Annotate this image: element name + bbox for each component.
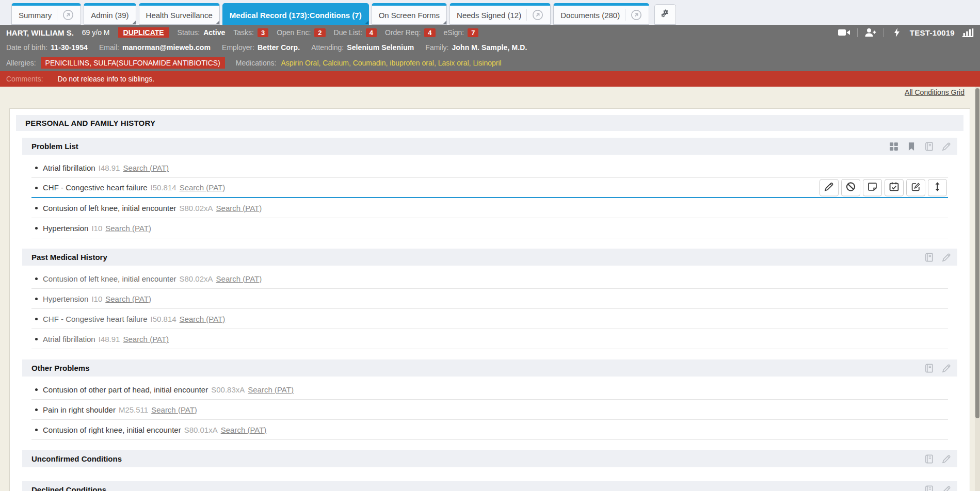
- search-pat-link[interactable]: Search (PAT): [216, 274, 262, 283]
- condition-row[interactable]: Contusion of right knee, initial encount…: [31, 420, 948, 440]
- vertical-scrollbar[interactable]: [975, 87, 980, 491]
- ban-button[interactable]: [841, 179, 860, 196]
- search-pat-link[interactable]: Search (PAT): [151, 405, 197, 414]
- search-pat-link[interactable]: Search (PAT): [216, 204, 262, 212]
- lightning-icon[interactable]: [891, 28, 903, 37]
- condition-row[interactable]: Atrial fibrillationI48.91Search (PAT): [31, 329, 948, 349]
- counter-open-enc: Open Enc:2: [277, 28, 325, 37]
- popout-circle-icon[interactable]: [625, 9, 642, 21]
- counter-badge[interactable]: 3: [258, 28, 268, 37]
- section-past-medical-history: Past Medical HistoryContusion of left kn…: [22, 249, 957, 349]
- condition-row[interactable]: HypertensionI10Search (PAT): [31, 218, 948, 238]
- pencil-button[interactable]: [820, 179, 839, 196]
- condition-name: Hypertension: [43, 224, 88, 233]
- pencil-icon[interactable]: [942, 454, 951, 464]
- search-pat-link[interactable]: Search (PAT): [105, 224, 151, 233]
- search-pat-link[interactable]: Search (PAT): [123, 335, 169, 343]
- medication-link[interactable]: Lasix oral: [438, 59, 469, 67]
- medication-link[interactable]: Lisinopril: [473, 59, 501, 67]
- search-pat-link[interactable]: Search (PAT): [248, 385, 294, 394]
- condition-row[interactable]: HypertensionI10Search (PAT): [31, 289, 948, 309]
- section-title: Past Medical History: [31, 253, 107, 261]
- popout-circle-icon[interactable]: [57, 9, 74, 21]
- counter-badge[interactable]: 7: [468, 28, 478, 37]
- medication-link[interactable]: Coumadin: [353, 59, 386, 67]
- scrollbar-thumb[interactable]: [975, 88, 979, 418]
- demographic-email: Email:manorman@mieweb.com: [99, 43, 211, 52]
- duplicate-badge[interactable]: DUPLICATE: [118, 27, 169, 38]
- tab-medical-record-173-conditions-7[interactable]: Medical Record (173):Conditions (7): [222, 3, 369, 25]
- condition-row[interactable]: Pain in right shoulderM25.511Search (PAT…: [31, 400, 948, 420]
- condition-code: S80.01xA: [184, 425, 218, 434]
- counter-badge[interactable]: 4: [424, 28, 435, 37]
- book-icon[interactable]: [924, 364, 934, 373]
- condition-row[interactable]: Contusion of left knee, initial encounte…: [31, 269, 948, 289]
- tab-needs-signed-12[interactable]: Needs Signed (12): [449, 3, 551, 25]
- bookmark-icon[interactable]: [907, 142, 916, 151]
- tab-admin-39[interactable]: Admin (39): [84, 3, 136, 25]
- tab-label: On Screen Forms: [379, 11, 440, 20]
- tab-on-screen-forms[interactable]: On Screen Forms: [372, 3, 447, 25]
- tab-summary[interactable]: Summary: [11, 3, 81, 25]
- person-add-icon[interactable]: [864, 28, 877, 37]
- condition-name: Atrial fibrillation: [43, 335, 95, 343]
- video-camera-icon[interactable]: [838, 28, 850, 37]
- medication-link[interactable]: ibuprofen oral: [390, 59, 434, 67]
- section-title: Declined Conditions: [31, 485, 106, 491]
- search-pat-link[interactable]: Search (PAT): [123, 163, 169, 172]
- demographic-value: 11-30-1954: [51, 43, 88, 52]
- search-pat-link[interactable]: Search (PAT): [180, 183, 226, 192]
- book-icon[interactable]: [924, 142, 934, 151]
- book-icon[interactable]: [924, 454, 934, 464]
- condition-code: M25.511: [119, 405, 148, 414]
- counter-label: Due List:: [334, 28, 362, 37]
- book-icon[interactable]: [924, 253, 934, 262]
- condition-row[interactable]: CHF - Congestive heart failureI50.814Sea…: [31, 309, 948, 329]
- note-icon: [867, 182, 877, 193]
- counter-badge[interactable]: 4: [366, 28, 377, 37]
- counter-badge[interactable]: 2: [314, 28, 325, 37]
- note-button[interactable]: [863, 179, 882, 196]
- pencil-icon[interactable]: [942, 253, 951, 262]
- allergy-badge[interactable]: PENICILLINS, SULFA(SULFONAMIDE ANTIBIOTI…: [41, 57, 225, 69]
- calendar-check-button[interactable]: [885, 179, 904, 196]
- condition-row[interactable]: CHF - Congestive heart failureI50.814Sea…: [31, 178, 948, 198]
- settings-button[interactable]: [654, 4, 676, 25]
- tab-documents-280[interactable]: Documents (280): [553, 3, 649, 25]
- demographic-label: Family:: [425, 43, 448, 52]
- resize-vertical-button[interactable]: [928, 179, 947, 196]
- condition-code: I10: [91, 294, 102, 303]
- search-pat-link[interactable]: Search (PAT): [221, 425, 267, 434]
- section-declined-conditions: Declined Conditions: [22, 481, 957, 491]
- patient-header-toolbar: TEST-10019: [838, 28, 974, 37]
- demographic-label: Attending:: [311, 43, 344, 52]
- bar-chart-icon[interactable]: [961, 28, 974, 37]
- patient-allergy-row: Allergies: PENICILLINS, SULFA(SULFONAMID…: [0, 55, 980, 71]
- divider: [883, 28, 884, 37]
- grid-icon[interactable]: [889, 142, 898, 151]
- demographic-value: John M. Sample, M.D.: [452, 43, 527, 52]
- pencil-icon: [824, 182, 834, 193]
- condition-row[interactable]: Contusion of left knee, initial encounte…: [31, 198, 948, 218]
- book-icon[interactable]: [924, 485, 934, 491]
- status-value: Active: [203, 28, 225, 37]
- tab-health-surveillance[interactable]: Health Surveillance: [139, 3, 220, 25]
- medication-link[interactable]: Calcium: [323, 59, 349, 67]
- condition-row[interactable]: Contusion of other part of head, initial…: [31, 380, 948, 400]
- popout-circle-icon[interactable]: [526, 9, 543, 21]
- edit-note-button[interactable]: [906, 179, 925, 196]
- condition-row[interactable]: Atrial fibrillationI48.91Search (PAT): [31, 158, 948, 178]
- all-conditions-grid-link[interactable]: All Conditions Grid: [905, 88, 965, 96]
- medication-link[interactable]: Aspirin Oral: [281, 59, 318, 67]
- section-header-icons: [924, 454, 951, 464]
- search-pat-link[interactable]: Search (PAT): [180, 315, 226, 323]
- search-pat-link[interactable]: Search (PAT): [105, 294, 151, 303]
- demographic-date-of-birth: Date of birth:11-30-1954: [6, 43, 88, 52]
- pencil-icon[interactable]: [942, 142, 951, 151]
- allergies-label: Allergies:: [6, 59, 36, 67]
- pencil-icon[interactable]: [942, 485, 951, 491]
- pencil-icon[interactable]: [942, 364, 951, 373]
- counter-order-req: Order Req:4: [385, 28, 435, 37]
- chart-id: TEST-10019: [910, 28, 955, 37]
- tab-label: Health Surveillance: [146, 11, 213, 20]
